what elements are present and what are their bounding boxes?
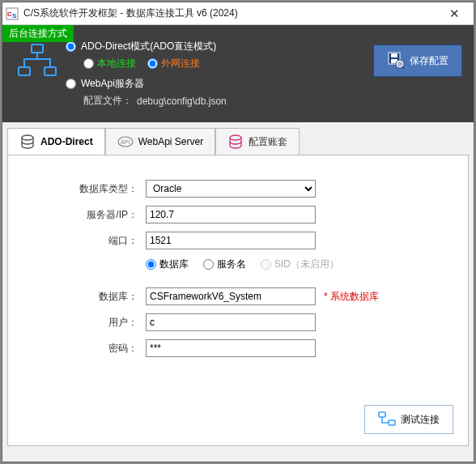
app-window: CS C/S系统软件开发框架 - 数据库连接工具 v6 (2024) ✕ 后台连… bbox=[2, 2, 474, 462]
tab-account[interactable]: 配置账套 bbox=[215, 128, 300, 155]
opt-service-radio[interactable] bbox=[203, 259, 214, 270]
db-type-label: 数据库类型： bbox=[24, 182, 146, 196]
webapi-option[interactable]: WebApi服务器 bbox=[66, 77, 373, 91]
api-icon: API bbox=[117, 134, 134, 150]
tab-account-label: 配置账套 bbox=[249, 135, 287, 149]
opt-sid-label: SID（未启用） bbox=[274, 258, 339, 271]
save-config-label: 保存配置 bbox=[410, 54, 448, 68]
svg-line-11 bbox=[402, 66, 404, 68]
local-conn-radio[interactable] bbox=[83, 58, 94, 69]
local-conn-option[interactable]: 本地连接 bbox=[83, 57, 136, 70]
config-file-label: 配置文件： bbox=[83, 94, 132, 108]
user-input[interactable] bbox=[146, 313, 316, 331]
opt-service[interactable]: 服务名 bbox=[203, 258, 246, 271]
test-connection-button[interactable]: 测试连接 bbox=[364, 405, 453, 434]
port-input[interactable] bbox=[146, 232, 316, 249]
tab-bar: ADO-Direct API WebApi Server 配置账套 bbox=[2, 122, 474, 155]
database-icon bbox=[19, 134, 36, 150]
ado-direct-option[interactable]: ADO-Direct模式(ADO直连模式) bbox=[66, 40, 373, 53]
webapi-radio[interactable] bbox=[66, 79, 76, 89]
svg-rect-16 bbox=[379, 412, 385, 417]
opt-sid-radio bbox=[261, 259, 271, 270]
external-conn-option[interactable]: 外网连接 bbox=[147, 57, 200, 70]
svg-point-15 bbox=[230, 135, 241, 140]
opt-sid: SID（未启用） bbox=[261, 258, 339, 271]
test-connection-label: 测试连接 bbox=[401, 413, 440, 427]
webapi-label: WebApi服务器 bbox=[81, 77, 144, 91]
password-label: 密码： bbox=[24, 342, 146, 355]
opt-service-label: 服务名 bbox=[217, 258, 246, 271]
svg-text:API: API bbox=[121, 139, 130, 145]
connection-mode-panel: 后台连接方式 ADO-Direct模式(ADO直连模式) bbox=[2, 25, 474, 122]
titlebar: CS C/S系统软件开发框架 - 数据库连接工具 v6 (2024) ✕ bbox=[2, 2, 474, 25]
opt-database-label: 数据库 bbox=[159, 258, 189, 271]
server-label: 服务器/IP： bbox=[24, 208, 146, 222]
ado-direct-label: ADO-Direct模式(ADO直连模式) bbox=[81, 40, 216, 53]
tab-webapi-label: WebApi Server bbox=[138, 136, 203, 147]
external-conn-label: 外网连接 bbox=[161, 57, 200, 70]
network-icon bbox=[9, 40, 66, 79]
server-input[interactable] bbox=[146, 206, 316, 223]
svg-point-12 bbox=[22, 135, 33, 140]
svg-text:S: S bbox=[12, 12, 17, 19]
svg-rect-5 bbox=[45, 67, 56, 75]
close-button[interactable]: ✕ bbox=[438, 2, 470, 24]
local-conn-label: 本地连接 bbox=[97, 57, 136, 70]
svg-rect-3 bbox=[32, 45, 43, 53]
svg-rect-17 bbox=[389, 420, 395, 425]
tab-webapi[interactable]: API WebApi Server bbox=[105, 128, 215, 155]
database-input[interactable] bbox=[146, 287, 316, 305]
database-note: * 系统数据库 bbox=[324, 290, 379, 304]
database-label: 数据库： bbox=[24, 290, 146, 304]
window-title: C/S系统软件开发框架 - 数据库连接工具 v6 (2024) bbox=[23, 6, 438, 20]
user-label: 用户： bbox=[24, 316, 146, 330]
save-config-button[interactable]: 保存配置 bbox=[373, 45, 462, 77]
external-conn-radio[interactable] bbox=[147, 58, 158, 69]
opt-database[interactable]: 数据库 bbox=[146, 258, 189, 271]
svg-rect-4 bbox=[19, 67, 30, 75]
tab-ado-label: ADO-Direct bbox=[40, 136, 93, 147]
port-label: 端口： bbox=[24, 234, 146, 248]
config-file-path: debug\config\db.json bbox=[137, 96, 227, 107]
tab-ado-direct[interactable]: ADO-Direct bbox=[7, 128, 105, 155]
save-icon bbox=[387, 51, 405, 71]
opt-database-radio[interactable] bbox=[146, 259, 156, 270]
connection-mode-badge: 后台连接方式 bbox=[2, 25, 74, 42]
db-type-select[interactable]: Oracle bbox=[146, 180, 316, 198]
form-panel: 数据库类型： Oracle 服务器/IP： 端口： 数据库 bbox=[7, 155, 469, 446]
account-db-icon bbox=[227, 134, 244, 150]
app-icon: CS bbox=[6, 7, 19, 20]
password-input[interactable] bbox=[146, 339, 316, 357]
ado-direct-radio[interactable] bbox=[66, 41, 76, 52]
svg-rect-7 bbox=[391, 53, 397, 57]
test-connection-icon bbox=[378, 411, 396, 428]
